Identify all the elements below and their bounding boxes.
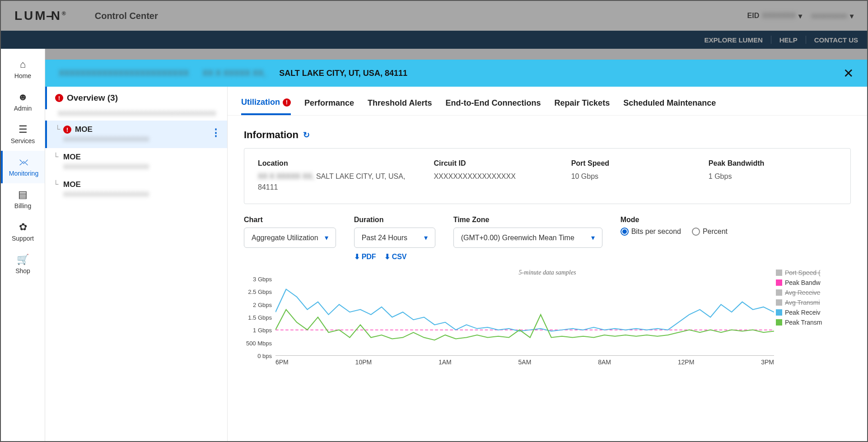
utilization-chart: 5-minute data samples 3 Gbps2.5 Gbps2 Gb… — [244, 269, 851, 364]
refresh-icon[interactable]: ↻ — [303, 130, 310, 140]
rail-services[interactable]: ☰Services — [1, 118, 45, 151]
tree-item-moe-2[interactable]: MOE XXXXXXXXXXXXXXXXXXX — [45, 148, 227, 176]
overview-panel: ! Overview (3) XXXXXXXXXXXXXXXXXXXXXXXXX… — [45, 87, 228, 441]
legend-item[interactable]: Avg Transmi — [776, 299, 844, 306]
mode-percent-radio[interactable]: Percent — [692, 228, 728, 236]
detail-tabs: Utilization! Performance Threshold Alert… — [228, 87, 867, 116]
left-rail-nav: ⌂Home ☻Admin ☰Services ⩙Monitoring ▤Bill… — [1, 49, 45, 441]
legend-swatch — [776, 299, 782, 306]
gear-icon: ✿ — [1, 221, 45, 233]
legend-swatch — [776, 279, 782, 286]
kebab-menu-icon[interactable]: ⋮ — [211, 127, 221, 139]
list-icon: ☰ — [1, 124, 45, 135]
location-value: XX X XXXXX XX, SALT LAKE CITY, UT, USA, … — [258, 171, 425, 193]
download-icon: ⬇ — [384, 252, 390, 261]
global-nav-strip: EXPLORE LUMEN HELP CONTACT US — [1, 31, 867, 49]
peak-bw-value: 1 Gbps — [709, 171, 837, 182]
port-speed-label: Port Speed — [571, 159, 700, 167]
y-axis: 3 Gbps2.5 Gbps2 Gbps1.5 Gbps1 Gbps500 Mb… — [244, 279, 274, 356]
info-heading: Information ↻ — [244, 129, 851, 141]
location-banner: XXXXXXXXXXXXXXXXXXXXXXXX XX X XXXXX XX, … — [45, 60, 867, 87]
explore-link[interactable]: EXPLORE LUMEN — [705, 36, 763, 44]
chevron-down-icon — [325, 233, 328, 242]
circuit-value: XXXXXXXXXXXXXXXXX — [434, 171, 562, 182]
duration-dropdown[interactable]: Past 24 Hours — [354, 228, 435, 248]
legend-item[interactable]: Peak Transm — [776, 319, 844, 326]
circuit-label: Circuit ID — [434, 159, 562, 167]
chart-controls: Chart Aggregate Utilization Duration Pas… — [244, 216, 851, 261]
timezone-dropdown[interactable]: (GMT+0.00) Greenwich Mean Time — [453, 228, 602, 248]
chart-title: 5-minute data samples — [244, 269, 851, 276]
legend-item[interactable]: Avg Receive — [776, 289, 844, 296]
tree-item-moe-3[interactable]: MOE XXXXXXXXXXXXXXXXXXX — [45, 176, 227, 203]
tab-performance[interactable]: Performance — [304, 98, 354, 115]
brand-logo: LUMN® — [14, 9, 68, 23]
overview-header[interactable]: ! Overview (3) — [45, 87, 227, 109]
radio-unchecked-icon — [692, 228, 700, 236]
pulse-icon: ⩙ — [3, 156, 45, 168]
legend-item[interactable]: Peak Bandw — [776, 279, 844, 286]
alert-icon: ! — [55, 94, 63, 102]
close-icon[interactable]: ✕ — [843, 66, 854, 81]
alert-icon: ! — [63, 126, 71, 134]
tab-scheduled[interactable]: Scheduled Maintenance — [623, 98, 716, 115]
legend-item[interactable]: Port Speed ( — [776, 269, 844, 276]
banner-address: SALT LAKE CITY, UT, USA, 84111 — [279, 69, 407, 78]
legend-swatch — [776, 309, 782, 316]
chart-legend: Port Speed (Peak BandwAvg ReceiveAvg Tra… — [776, 269, 844, 329]
help-link[interactable]: HELP — [779, 36, 798, 44]
chevron-down-icon — [424, 233, 428, 242]
rail-admin[interactable]: ☻Admin — [1, 86, 45, 118]
chart-type-dropdown[interactable]: Aggregate Utilization — [244, 228, 336, 248]
tab-e2e[interactable]: End-to-End Connections — [445, 98, 541, 115]
tab-threshold[interactable]: Threshold Alerts — [368, 98, 432, 115]
cart-icon: 🛒 — [1, 254, 45, 265]
product-name: Control Center — [95, 11, 158, 21]
tree-item-moe-1[interactable]: !MOE XXXXXXXXXXXXXXXXXXX ⋮ — [45, 121, 227, 148]
legend-swatch — [776, 319, 782, 326]
user-selector[interactable]: xxxxxxxxx — [811, 12, 854, 20]
info-box: Location XX X XXXXX XX, SALT LAKE CITY, … — [244, 148, 851, 204]
tab-utilization[interactable]: Utilization! — [241, 98, 291, 115]
rail-monitoring[interactable]: ⩙Monitoring — [1, 151, 45, 183]
port-speed-value: 10 Gbps — [571, 171, 700, 182]
chevron-down-icon — [798, 12, 802, 20]
rail-support[interactable]: ✿Support — [1, 216, 45, 248]
mode-bps-radio[interactable]: Bits per second — [621, 228, 681, 236]
tab-repair[interactable]: Repair Tickets — [554, 98, 610, 115]
eid-selector[interactable]: EID XXXXXXX — [747, 12, 802, 20]
legend-swatch — [776, 270, 782, 276]
chevron-down-icon — [850, 12, 854, 20]
rail-shop[interactable]: 🛒Shop — [1, 248, 45, 281]
peak-bw-label: Peak Bandwidth — [709, 159, 837, 167]
user-icon: ☻ — [1, 91, 45, 103]
location-label: Location — [258, 159, 425, 167]
chevron-down-icon — [591, 233, 595, 242]
rail-home[interactable]: ⌂Home — [1, 53, 45, 86]
contact-link[interactable]: CONTACT US — [814, 36, 858, 44]
x-axis: 6PM10PM1AM5AM8AM12PM3PM — [275, 358, 774, 366]
alert-icon: ! — [283, 98, 291, 107]
download-pdf[interactable]: ⬇PDF — [354, 252, 376, 261]
download-csv[interactable]: ⬇CSV — [384, 252, 407, 261]
overview-tree: !MOE XXXXXXXXXXXXXXXXXXX ⋮ MOE XXXXXXXXX… — [45, 117, 227, 203]
radio-checked-icon — [621, 228, 629, 236]
detail-panel: Utilization! Performance Threshold Alert… — [228, 87, 867, 441]
download-icon: ⬇ — [354, 252, 360, 261]
legend-item[interactable]: Peak Receiv — [776, 309, 844, 316]
home-icon: ⌂ — [1, 59, 45, 70]
plot-area[interactable] — [275, 279, 774, 356]
legend-swatch — [776, 289, 782, 296]
top-header: LUMN® Control Center EID XXXXXXX xxxxxxx… — [1, 1, 867, 31]
invoice-icon: ▤ — [1, 189, 45, 200]
rail-billing[interactable]: ▤Billing — [1, 183, 45, 216]
